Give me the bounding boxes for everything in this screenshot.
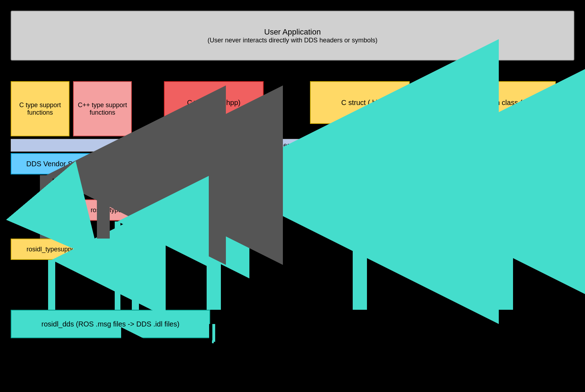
idl-label-2: .idl <box>123 292 130 298</box>
rosidl-gen-c-box: rosidl_generator_c <box>310 153 410 174</box>
for-each-label: For each .msg <box>272 142 313 149</box>
rosidl-typesupport-cpp-label: rosidl_typesupport_<dds_vendor>_cpp <box>90 207 201 214</box>
c-struct-box: C struct (.h) <box>310 81 410 124</box>
python-class-label: Python class (.py) <box>478 99 534 107</box>
c-type-box: C type support functions <box>11 81 69 136</box>
rosidl-gen-py-label: rosidl_generator_py <box>477 160 534 168</box>
user-app-title: User Application <box>264 27 321 37</box>
rosidl-typesupport-c-label: rosidl_typesupport_<dds_vendor>_c <box>26 246 130 253</box>
cpp-struct-box: C++ struct (.hpp) <box>164 81 264 124</box>
msg-label-3: .msg <box>493 285 507 292</box>
cpp-type-box: C++ type support functions <box>73 81 132 136</box>
rosidl-gen-py-box: rosidl_generator_py <box>456 153 556 174</box>
for-each-bar: For each .msg <box>11 139 574 152</box>
msg-label-2: .msg <box>347 285 361 292</box>
dds-vendor-label: DDS Vendor Specific Funcs. <box>26 160 116 168</box>
user-app-subtitle: (User never interacts directly with DDS … <box>207 37 377 44</box>
c-struct-label: C struct (.h) <box>341 99 378 107</box>
cpp-struct-label: C++ struct (.hpp) <box>187 99 240 107</box>
rosidl-gen-cpp-label: rosidl_generator_cpp <box>183 160 244 168</box>
msg-label-1: .msg <box>201 285 215 292</box>
cpp-type-label: C++ type support functions <box>77 101 128 116</box>
rosidl-typesupport-cpp-box: rosidl_typesupport_<dds_vendor>_cpp <box>75 199 217 221</box>
rosidl-gen-cpp-box: rosidl_generator_cpp <box>164 153 264 174</box>
rosidl-gen-c-label: rosidl_generator_c <box>333 160 386 168</box>
user-app-box: User Application (User never interacts d… <box>11 11 574 61</box>
idl-label-1: .idl <box>40 292 47 298</box>
python-class-box: Python class (.py) <box>456 81 556 124</box>
c-type-label: C type support functions <box>14 101 66 116</box>
diagram: User Application (User never interacts d… <box>0 0 585 392</box>
dds-vendor-box: DDS Vendor Specific Funcs. <box>11 153 132 174</box>
rosidl-dds-box: rosidl_dds (ROS .msg files -> DDS .idl f… <box>11 310 210 338</box>
rosidl-typesupport-c-box: rosidl_typesupport_<dds_vendor>_c <box>11 239 146 260</box>
rosidl-dds-label: rosidl_dds (ROS .msg files -> DDS .idl f… <box>41 320 179 328</box>
